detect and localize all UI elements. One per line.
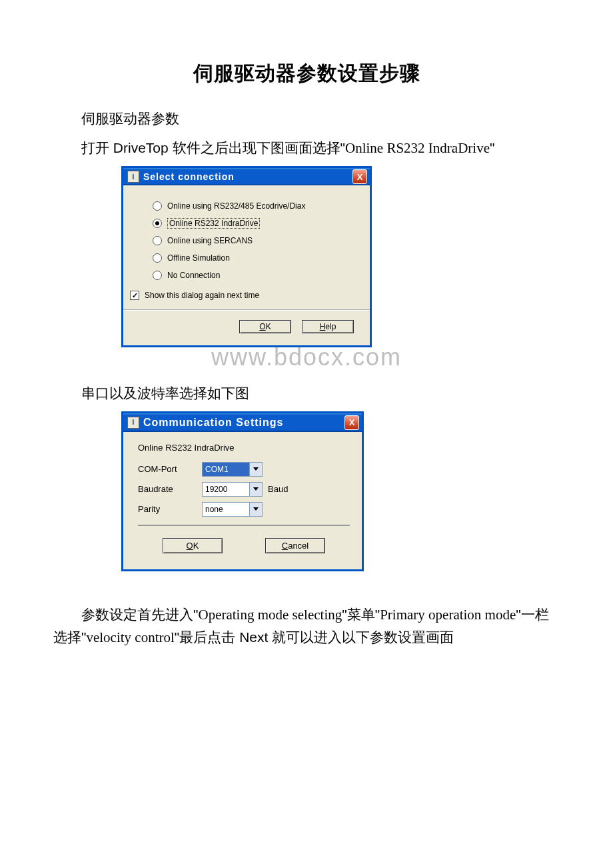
dialog-title: Select connection (143, 171, 352, 182)
paragraph-4: 参数设定首先进入"Operating mode selecting"菜单"Pri… (53, 603, 560, 649)
parity-row: Parity none (138, 502, 350, 517)
paragraph-1: 伺服驱动器参数 (53, 107, 560, 130)
checkbox-icon (130, 291, 139, 300)
comport-dropdown[interactable]: COM1 (202, 462, 263, 477)
paragraph-3: 串口以及波特率选择如下图 (53, 382, 560, 405)
app-icon: I (127, 417, 139, 429)
comport-row: COM-Port COM1 (138, 462, 350, 477)
dialog-titlebar[interactable]: I Select connection X (123, 168, 370, 185)
cancel-button[interactable]: Cancel (265, 538, 325, 553)
radio-icon (153, 271, 162, 280)
close-icon[interactable]: X (344, 415, 359, 430)
dialog-title: Communication Settings (143, 417, 344, 429)
radio-option-ecodrive[interactable]: Online using RS232/485 Ecodrive/Diax (153, 199, 363, 213)
radio-icon (153, 253, 162, 263)
dialog-titlebar[interactable]: I Communication Settings X (123, 413, 362, 432)
radio-option-indradrive[interactable]: Online RS232 IndraDrive (153, 216, 363, 231)
radio-label: No Connection (167, 271, 220, 280)
radio-icon (153, 219, 162, 228)
baudrate-dropdown[interactable]: 19200 (202, 482, 263, 497)
baudrate-label: Baudrate (138, 484, 202, 494)
radio-icon (153, 201, 162, 211)
dropdown-value: 19200 (202, 482, 249, 497)
comm-settings-dialog: I Communication Settings X Online RS232 … (121, 411, 364, 571)
parity-label: Parity (138, 504, 202, 514)
chevron-down-icon (249, 462, 263, 477)
help-button[interactable]: Help (302, 320, 354, 333)
select-connection-dialog: I Select connection X Online using RS232… (121, 166, 372, 347)
app-icon: I (127, 171, 139, 183)
watermark: www.bdocx.com (53, 343, 560, 371)
baudrate-row: Baudrate 19200 Baud (138, 482, 350, 497)
dropdown-value: COM1 (202, 462, 249, 477)
radio-option-noconn[interactable]: No Connection (153, 268, 363, 283)
comport-label: COM-Port (138, 464, 202, 474)
ok-button[interactable]: OK (239, 320, 291, 333)
paragraph-2: 打开 DriveTop 软件之后出现下图画面选择"Online RS232 In… (53, 137, 560, 160)
page-title: 伺服驱动器参数设置步骤 (53, 60, 560, 87)
radio-label: Offline Simulation (167, 253, 230, 263)
chevron-down-icon (249, 482, 263, 497)
radio-label: Online using SERCANS (167, 236, 253, 245)
close-icon[interactable]: X (352, 169, 367, 184)
unit-label: Baud (268, 484, 288, 494)
radio-icon (153, 236, 162, 245)
radio-label: Online RS232 IndraDrive (167, 218, 260, 229)
subtitle-text: Online RS232 IndraDrive (138, 443, 350, 453)
chevron-down-icon (249, 502, 263, 517)
checkbox-label: Show this dialog again next time (145, 291, 259, 300)
radio-option-sercans[interactable]: Online using SERCANS (153, 233, 363, 248)
radio-label: Online using RS232/485 Ecodrive/Diax (167, 201, 305, 211)
show-again-checkbox[interactable]: Show this dialog again next time (130, 291, 363, 300)
ok-button[interactable]: OK (163, 538, 223, 553)
radio-option-offline[interactable]: Offline Simulation (153, 251, 363, 265)
dropdown-value: none (202, 502, 249, 517)
parity-dropdown[interactable]: none (202, 502, 263, 517)
